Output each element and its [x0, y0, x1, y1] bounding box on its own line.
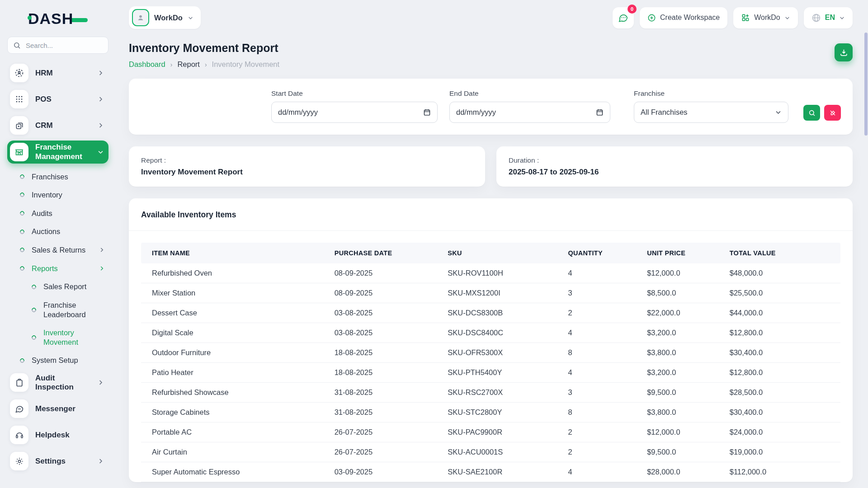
- breadcrumb-report[interactable]: Report: [177, 60, 200, 69]
- chat-bubble-icon: [10, 399, 28, 418]
- create-workspace-button[interactable]: Create Workspace: [640, 7, 727, 28]
- cell-purchase-date: 08-09-2025: [330, 263, 443, 283]
- cell-item-name: Dessert Case: [141, 303, 330, 323]
- cell-item-name: Mixer Station: [141, 283, 330, 303]
- sidebar-item-messenger[interactable]: Messenger: [7, 398, 108, 420]
- chevron-down-icon: [97, 149, 104, 155]
- bullet-icon: [31, 306, 37, 313]
- sidebar-item-sales-report[interactable]: Sales Report: [30, 277, 109, 296]
- cell-item-name: Digital Scale: [141, 323, 330, 343]
- search-input[interactable]: [25, 41, 103, 50]
- cell-purchase-date: 26-07-2025: [330, 442, 443, 462]
- start-date-input[interactable]: dd/mm/yyyy: [271, 102, 438, 123]
- apply-filter-button[interactable]: [803, 105, 820, 121]
- language-selector[interactable]: EN: [804, 7, 853, 28]
- sidebar-item-inventory-movement[interactable]: Inventory Movement: [30, 324, 109, 351]
- sidebar-item-pos[interactable]: POS: [7, 88, 108, 110]
- report-summary-card: Report : Inventory Movement Report: [129, 146, 485, 187]
- cell-total-value: $30,400.0: [725, 343, 840, 363]
- cell-item-name: Outdoor Furniture: [141, 343, 330, 363]
- end-date-group: End Date dd/mm/yyyy: [449, 89, 610, 123]
- sidebar-item-reports[interactable]: Reports: [18, 259, 109, 278]
- franchise-select[interactable]: All Franchises: [634, 102, 788, 123]
- sidebar-search[interactable]: [7, 37, 108, 54]
- company-menu-button[interactable]: WorkDo: [733, 7, 798, 28]
- cell-total-value: $48,000.0: [725, 263, 840, 283]
- chevron-right-icon: [97, 379, 104, 386]
- page-title: Inventory Movement Report: [129, 42, 853, 55]
- table-wrapper: ITEM NAME PURCHASE DATE SKU QUANTITY UNI…: [129, 230, 853, 482]
- cell-quantity: 3: [563, 383, 642, 403]
- cell-sku: SKU-PAC9900R: [443, 422, 563, 442]
- cell-total-value: $12,800.0: [725, 323, 840, 343]
- hrm-icon: [10, 64, 28, 82]
- sidebar-item-franchises[interactable]: Franchises: [18, 168, 109, 186]
- end-date-input[interactable]: dd/mm/yyyy: [449, 102, 610, 123]
- plus-circle-icon: [647, 14, 656, 22]
- report-value: Inventory Movement Report: [141, 168, 473, 177]
- breadcrumb-dashboard[interactable]: Dashboard: [129, 60, 165, 69]
- franchise-management-submenu: Franchises Inventory Audits Auctions Sal…: [6, 168, 109, 370]
- cell-purchase-date: 18-08-2025: [330, 363, 443, 383]
- cell-unit-price: $3,800.0: [642, 403, 725, 422]
- breadcrumb-separator: ›: [170, 61, 173, 68]
- cell-sku: SKU-ROV1100H: [443, 263, 563, 283]
- cell-total-value: $112,000.0: [725, 462, 840, 482]
- sidebar-item-franchise-leaderboard[interactable]: Franchise Leaderboard: [30, 296, 109, 324]
- cell-total-value: $28,500.0: [725, 383, 840, 403]
- cell-unit-price: $8,500.0: [642, 283, 725, 303]
- sidebar-item-audit-inspection[interactable]: Audit Inspection: [7, 371, 108, 394]
- scrollbar-thumb[interactable]: [864, 33, 868, 136]
- workspace-switcher[interactable]: WorkDo: [129, 6, 201, 29]
- cell-item-name: Patio Heater: [141, 363, 330, 383]
- inventory-table-card: Available Inventory Items ITEM NAME PURC…: [129, 198, 853, 482]
- cell-total-value: $19,000.0: [725, 442, 840, 462]
- sidebar-item-label: POS: [35, 95, 52, 104]
- col-purchase-date: PURCHASE DATE: [330, 243, 443, 263]
- grid-plus-icon: [741, 13, 750, 22]
- inventory-table: ITEM NAME PURCHASE DATE SKU QUANTITY UNI…: [141, 243, 840, 482]
- cell-unit-price: $3,800.0: [642, 343, 725, 363]
- reset-icon: [829, 109, 836, 117]
- bullet-icon: [31, 284, 37, 290]
- cell-item-name: Refurbished Showcase: [141, 383, 330, 403]
- cell-total-value: $44,000.0: [725, 303, 840, 323]
- reset-filter-button[interactable]: [824, 105, 841, 121]
- dash-logo-text: DASH: [28, 10, 73, 28]
- sidebar-item-settings[interactable]: Settings: [7, 450, 108, 472]
- breadcrumb-current: Inventory Movement: [212, 60, 279, 69]
- chevron-right-icon: [97, 458, 104, 465]
- crm-icon: [10, 116, 28, 135]
- chevron-right-icon: [99, 265, 105, 272]
- table-row: Dessert Case 03-08-2025 SKU-DCS8300B 2 $…: [141, 303, 840, 323]
- cell-purchase-date: 03-09-2025: [330, 462, 443, 482]
- sidebar-item-audits[interactable]: Audits: [18, 204, 109, 223]
- cell-item-name: Portable AC: [141, 422, 330, 442]
- messages-button[interactable]: 0: [613, 7, 634, 28]
- messages-badge: 0: [627, 5, 637, 14]
- cell-item-name: Refurbished Oven: [141, 263, 330, 283]
- sidebar-item-auctions[interactable]: Auctions: [18, 222, 109, 241]
- sidebar-item-hrm[interactable]: HRM: [7, 62, 108, 84]
- cell-quantity: 8: [563, 403, 642, 422]
- dash-logo[interactable]: DASH: [6, 8, 109, 37]
- bullet-icon: [31, 334, 37, 341]
- sidebar-item-system-setup[interactable]: System Setup: [18, 351, 109, 370]
- search-icon: [13, 42, 21, 49]
- table-row: Super Automatic Espresso 03-09-2025 SKU-…: [141, 462, 840, 482]
- download-report-button[interactable]: [835, 43, 853, 61]
- sidebar-item-label: Settings: [35, 457, 66, 466]
- bullet-icon: [19, 247, 25, 253]
- cell-sku: SKU-PTH5400Y: [443, 363, 563, 383]
- sidebar-item-crm[interactable]: CRM: [7, 114, 108, 136]
- sidebar-item-helpdesk[interactable]: Helpdesk: [7, 424, 108, 446]
- sidebar-item-inventory[interactable]: Inventory: [18, 186, 109, 204]
- cell-unit-price: $9,500.0: [642, 442, 725, 462]
- topbar: WorkDo 0 Create Workspace WorkDo EN: [129, 5, 853, 30]
- sidebar-item-franchise-management[interactable]: Franchise Management: [7, 141, 108, 164]
- summary-row: Report : Inventory Movement Report Durat…: [129, 146, 853, 187]
- sidebar-item-sales-returns[interactable]: Sales & Returns: [18, 241, 109, 259]
- cell-quantity: 4: [563, 323, 642, 343]
- duration-summary-card: Duration : 2025-08-17 to 2025-09-16: [496, 146, 853, 187]
- cell-unit-price: $3,200.0: [642, 323, 725, 343]
